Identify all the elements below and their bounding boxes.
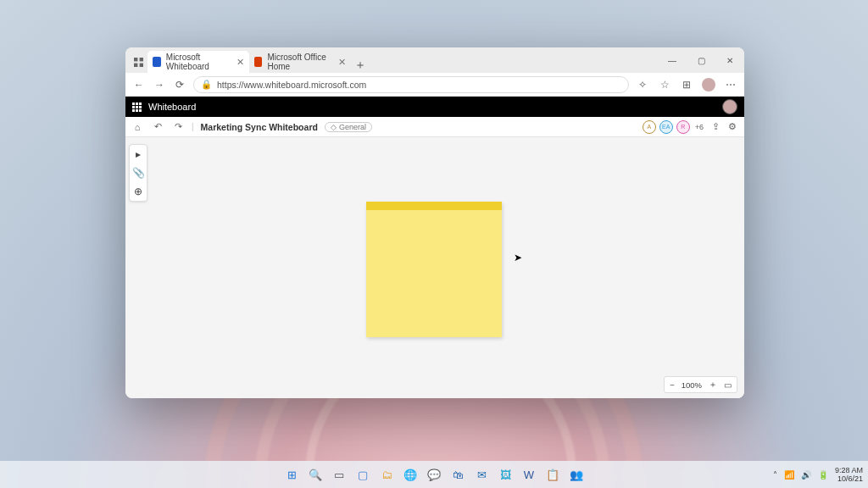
taskbar-widgets-icon[interactable]: ▢ <box>353 465 372 484</box>
lock-icon: 🔒 <box>201 79 212 90</box>
favorites-icon[interactable]: ☆ <box>658 79 671 91</box>
refresh-button[interactable]: ⟳ <box>173 79 186 91</box>
collections-icon[interactable]: ⊞ <box>680 79 693 91</box>
presence-avatar[interactable]: EA <box>659 120 673 134</box>
taskbar-task-view-icon[interactable]: ▭ <box>330 465 348 484</box>
taskbar-chat-icon[interactable]: 💬 <box>425 465 443 484</box>
tab-label: Microsoft Whiteboard <box>166 53 231 71</box>
browser-toolbar: ← → ⟳ 🔒 https://www.whiteboard.microsoft… <box>125 73 744 97</box>
favicon-whiteboard-icon <box>153 57 161 67</box>
whiteboard-toolbar: ⌂ ↶ ↷ | Marketing Sync Whiteboard ◇ Gene… <box>125 117 744 137</box>
taskbar-pinned-apps: ⊞🔍▭▢🗂🌐💬🛍✉🖼W📋👥 <box>282 465 586 484</box>
undo-icon[interactable]: ↶ <box>151 121 164 132</box>
taskbar-whiteboard-icon[interactable]: 📋 <box>543 465 562 484</box>
board-tag[interactable]: ◇ General <box>325 122 372 132</box>
close-tab-icon[interactable]: ✕ <box>236 57 244 68</box>
taskbar-explorer-icon[interactable]: 🗂 <box>377 465 396 484</box>
taskbar-edge-icon[interactable]: 🌐 <box>401 465 420 484</box>
more-icon[interactable]: ⋯ <box>724 79 737 91</box>
whiteboard-canvas[interactable]: ▸ 📎 ⊕ ➤ − 100% ＋ ▭ <box>125 137 744 398</box>
close-window-button[interactable]: ✕ <box>715 47 744 73</box>
back-button[interactable]: ← <box>132 79 146 91</box>
sticky-note[interactable] <box>366 202 502 337</box>
taskbar-photos-icon[interactable]: 🖼 <box>496 465 515 484</box>
windows-taskbar: ⊞🔍▭▢🗂🌐💬🛍✉🖼W📋👥 ˄ 📶 🔊 🔋 9:28 AM 10/6/21 <box>0 461 868 488</box>
svg-rect-2 <box>134 63 137 66</box>
url-text: https://www.whiteboard.microsoft.com <box>217 80 366 90</box>
svg-rect-0 <box>134 58 137 61</box>
tab-strip: Microsoft Whiteboard ✕ Microsoft Office … <box>125 47 744 73</box>
clock[interactable]: 9:28 AM 10/6/21 <box>835 466 863 483</box>
forward-button[interactable]: → <box>153 79 166 91</box>
mouse-cursor-icon: ➤ <box>514 252 522 263</box>
account-avatar[interactable] <box>722 99 737 114</box>
maximize-button[interactable]: ▢ <box>687 47 715 73</box>
home-icon[interactable]: ⌂ <box>131 122 144 132</box>
edge-browser-window: Microsoft Whiteboard ✕ Microsoft Office … <box>125 47 744 398</box>
zoom-level: 100% <box>682 380 702 390</box>
tag-label: General <box>339 123 366 131</box>
board-title[interactable]: Marketing Sync Whiteboard <box>201 122 318 132</box>
zoom-out-icon[interactable]: − <box>670 380 675 390</box>
taskbar-store-icon[interactable]: 🛍 <box>448 465 467 484</box>
taskbar-search-icon[interactable]: 🔍 <box>306 465 325 484</box>
taskbar-mail-icon[interactable]: ✉ <box>472 465 491 484</box>
address-bar[interactable]: 🔒 https://www.whiteboard.microsoft.com <box>193 76 629 93</box>
read-aloud-icon[interactable]: ✧ <box>636 79 649 91</box>
redo-icon[interactable]: ↷ <box>171 121 185 132</box>
tray-time: 9:28 AM <box>835 466 863 474</box>
profile-avatar[interactable] <box>702 78 715 92</box>
share-icon[interactable]: ⇪ <box>709 121 722 132</box>
chevron-up-icon[interactable]: ˄ <box>773 470 777 480</box>
zoom-control: − 100% ＋ ▭ <box>664 376 737 393</box>
favicon-office-icon <box>254 57 262 67</box>
zoom-in-icon[interactable]: ＋ <box>709 380 717 391</box>
close-tab-icon[interactable]: ✕ <box>338 57 346 68</box>
tab-label: Microsoft Office Home <box>267 53 333 71</box>
app-title: Whiteboard <box>148 102 196 112</box>
attach-tool[interactable]: 📎 <box>132 167 145 179</box>
battery-icon[interactable]: 🔋 <box>818 470 828 480</box>
whiteboard-app-bar: Whiteboard <box>125 97 744 117</box>
taskbar-start-icon[interactable]: ⊞ <box>282 465 301 484</box>
add-tool[interactable]: ⊕ <box>134 186 142 197</box>
minimize-button[interactable]: — <box>658 47 687 73</box>
app-launcher-icon[interactable] <box>132 103 142 112</box>
presence-overflow[interactable]: +6 <box>693 123 705 131</box>
tab-actions-icon[interactable] <box>129 51 147 73</box>
svg-rect-1 <box>139 58 142 61</box>
tray-date: 10/6/21 <box>835 474 863 483</box>
taskbar-teams-icon[interactable]: 👥 <box>567 465 586 484</box>
side-toolbar: ▸ 📎 ⊕ <box>129 144 147 202</box>
taskbar-word-icon[interactable]: W <box>520 465 538 484</box>
new-tab-button[interactable]: ＋ <box>351 58 370 73</box>
presence-avatar[interactable]: R <box>676 120 690 134</box>
svg-rect-3 <box>139 63 142 66</box>
system-tray: ˄ 📶 🔊 🔋 9:28 AM 10/6/21 <box>773 461 863 488</box>
tab-whiteboard[interactable]: Microsoft Whiteboard ✕ <box>147 51 249 73</box>
wifi-icon[interactable]: 📶 <box>784 470 794 480</box>
settings-icon[interactable]: ⚙ <box>726 121 739 132</box>
presence-avatar[interactable]: A <box>643 120 656 134</box>
window-controls: — ▢ ✕ <box>658 47 744 73</box>
tab-office-home[interactable]: Microsoft Office Home ✕ <box>249 51 351 73</box>
select-tool[interactable]: ▸ <box>136 148 141 160</box>
fit-screen-icon[interactable]: ▭ <box>724 380 732 390</box>
volume-icon[interactable]: 🔊 <box>801 470 811 480</box>
tag-icon: ◇ <box>331 123 337 131</box>
